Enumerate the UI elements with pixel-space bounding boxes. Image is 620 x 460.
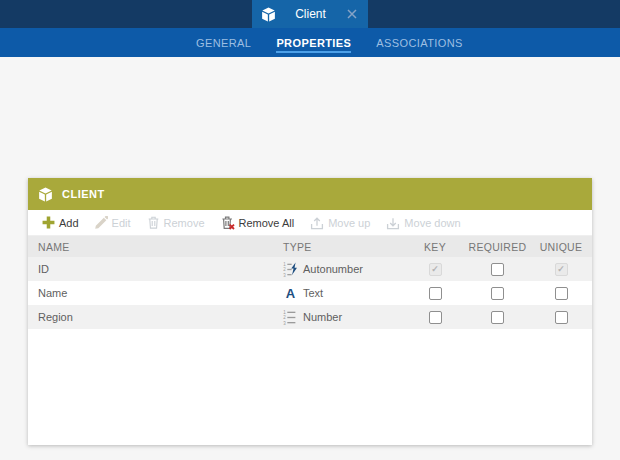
entity-cube-icon: [261, 7, 276, 22]
document-tab-title: Client: [276, 7, 345, 21]
editor-tab-bar: GENERAL PROPERTIES ASSOCIATIONS: [0, 28, 620, 57]
toolbar: Add Edit Remove: [28, 210, 592, 236]
remove-label: Remove: [164, 217, 205, 229]
key-checkbox: [429, 263, 442, 276]
document-tab-client[interactable]: Client: [252, 0, 368, 28]
move-down-icon: [386, 216, 400, 230]
remove-all-label: Remove All: [239, 217, 295, 229]
pencil-icon: [95, 216, 108, 229]
panel-title: CLIENT: [62, 188, 105, 200]
required-checkbox[interactable]: [491, 263, 504, 276]
close-icon[interactable]: [345, 7, 359, 21]
attribute-type: Autonumber: [303, 263, 363, 275]
plus-icon: [42, 216, 55, 229]
table-row[interactable]: ID 1 2 3 Autonumber: [28, 257, 592, 281]
key-checkbox[interactable]: [429, 311, 442, 324]
move-down-label: Move down: [404, 217, 460, 229]
attribute-name: Region: [28, 311, 275, 323]
column-header-key: KEY: [405, 241, 465, 253]
remove-button[interactable]: Remove: [139, 210, 213, 235]
table-row[interactable]: Region 1 2 3 Number: [28, 305, 592, 329]
move-up-button[interactable]: Move up: [302, 210, 378, 235]
attributes-panel: CLIENT Add Edit Rem: [28, 178, 592, 445]
unique-checkbox: [555, 263, 568, 276]
table-empty-area: [28, 329, 592, 445]
unique-checkbox[interactable]: [555, 287, 568, 300]
edit-label: Edit: [112, 217, 131, 229]
edit-button[interactable]: Edit: [87, 210, 139, 235]
column-header-required: REQUIRED: [465, 241, 530, 253]
trash-x-icon: [221, 216, 235, 230]
move-up-label: Move up: [328, 217, 370, 229]
tab-properties[interactable]: PROPERTIES: [276, 28, 351, 57]
column-header-unique: UNIQUE: [530, 241, 592, 253]
svg-text:3: 3: [283, 320, 286, 324]
unique-checkbox[interactable]: [555, 311, 568, 324]
title-bar: Client: [0, 0, 620, 28]
table-row[interactable]: Name A Text: [28, 281, 592, 305]
required-checkbox[interactable]: [491, 311, 504, 324]
entity-cube-icon: [38, 187, 53, 202]
required-checkbox[interactable]: [491, 287, 504, 300]
column-header-name: NAME: [28, 241, 275, 253]
key-checkbox[interactable]: [429, 287, 442, 300]
attribute-name: ID: [28, 263, 275, 275]
add-button[interactable]: Add: [34, 210, 87, 235]
table-header-row: NAME TYPE KEY REQUIRED UNIQUE: [28, 236, 592, 257]
add-label: Add: [59, 217, 79, 229]
text-icon: A: [283, 286, 298, 301]
move-down-button[interactable]: Move down: [378, 210, 468, 235]
column-header-type: TYPE: [275, 241, 405, 253]
attribute-name: Name: [28, 287, 275, 299]
number-icon: 1 2 3: [283, 310, 298, 325]
autonumber-icon: 1 2 3: [283, 262, 298, 277]
move-up-icon: [310, 216, 324, 230]
remove-all-button[interactable]: Remove All: [213, 210, 303, 235]
svg-text:3: 3: [283, 272, 286, 276]
tab-general[interactable]: GENERAL: [196, 28, 251, 57]
panel-header: CLIENT: [28, 178, 592, 210]
trash-icon: [147, 216, 160, 229]
app-window: Client GENERAL PROPERTIES ASSOCIATIONS C…: [0, 0, 620, 460]
attribute-type: Text: [303, 287, 323, 299]
tab-associations[interactable]: ASSOCIATIONS: [376, 28, 463, 57]
attribute-type: Number: [303, 311, 342, 323]
